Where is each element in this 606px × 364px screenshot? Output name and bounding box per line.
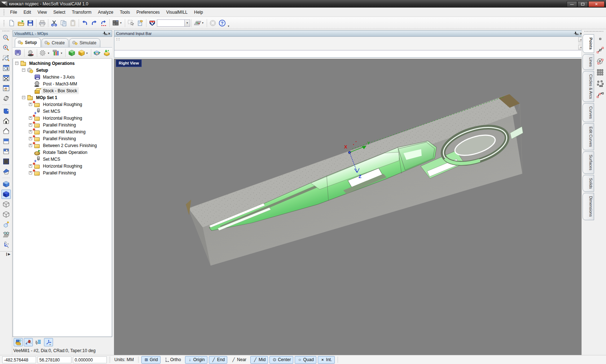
toolbar-expand-button[interactable]: ❙▶ bbox=[0, 251, 12, 256]
menu-item[interactable]: View bbox=[34, 8, 50, 16]
tree-item[interactable]: Parallel Finishing bbox=[13, 121, 112, 128]
zoom-in-button[interactable] bbox=[1, 43, 11, 53]
material-combobox[interactable]: ▾ bbox=[157, 19, 190, 27]
geometry-tab[interactable]: Dimensions bbox=[583, 193, 594, 220]
shaded-view-button[interactable] bbox=[1, 179, 11, 189]
work-plane-button[interactable]: ▾ bbox=[193, 18, 206, 28]
menu-item[interactable]: Transform bbox=[69, 8, 95, 16]
paste-button[interactable] bbox=[68, 18, 78, 28]
shaded-view-selected-button[interactable] bbox=[1, 190, 11, 199]
tree-expander[interactable] bbox=[29, 137, 32, 140]
hidden-line-view-button[interactable] bbox=[1, 210, 11, 219]
setup-gear-menu-button[interactable]: ▾ bbox=[38, 48, 51, 58]
machine-setup-button[interactable] bbox=[13, 48, 23, 58]
post-processor-button[interactable] bbox=[26, 48, 35, 58]
tree-item[interactable]: Stock - Box Stock bbox=[13, 87, 112, 94]
tree-expander[interactable] bbox=[29, 130, 32, 133]
stop-button[interactable] bbox=[208, 18, 218, 28]
pin-icon[interactable] bbox=[103, 32, 106, 35]
tree-item[interactable]: Rotate Table Operation bbox=[13, 149, 112, 156]
mcs-axes-button[interactable] bbox=[44, 338, 53, 346]
align-part-button[interactable] bbox=[92, 48, 102, 58]
menu-item[interactable]: Preferences bbox=[133, 8, 163, 16]
mops-tab[interactable]: Simulate bbox=[69, 38, 100, 47]
visualmill-logo-button[interactable] bbox=[148, 18, 157, 28]
zoom-window-button[interactable] bbox=[1, 53, 11, 63]
tree-expander[interactable] bbox=[29, 103, 32, 106]
geometry-tab[interactable]: Surfaces bbox=[583, 151, 594, 173]
back-view-button[interactable] bbox=[1, 126, 11, 136]
tree-expander[interactable] bbox=[15, 62, 18, 65]
render-grid-button[interactable] bbox=[1, 230, 11, 239]
zoom-extents-button[interactable] bbox=[1, 74, 11, 83]
object-properties-button[interactable] bbox=[136, 18, 145, 28]
pin-icon[interactable] bbox=[574, 32, 577, 35]
menu-item[interactable]: Select bbox=[50, 8, 69, 16]
close-panel-icon[interactable]: × bbox=[108, 32, 110, 36]
tree-expander[interactable] bbox=[22, 68, 25, 72]
new-document-button[interactable] bbox=[7, 18, 16, 28]
tree-item[interactable]: Parallel Hill Machining bbox=[13, 128, 112, 135]
rotate-view-button[interactable] bbox=[1, 94, 11, 103]
snap-toggle[interactable]: ⊙ Center bbox=[269, 356, 293, 364]
command-bar-header[interactable]: Command Input Bar × bbox=[114, 31, 584, 37]
geometry-tab[interactable]: Edit Curves bbox=[583, 123, 594, 150]
points-on-circle-button[interactable] bbox=[596, 57, 605, 65]
side-view-button[interactable] bbox=[1, 106, 11, 116]
geometry-tab[interactable]: Lines bbox=[583, 54, 594, 70]
geometry-tab[interactable]: Circles & Arcs bbox=[583, 71, 594, 102]
move-stock-button[interactable] bbox=[102, 48, 111, 58]
single-point-button[interactable] bbox=[596, 35, 605, 43]
tree-expander[interactable] bbox=[29, 144, 32, 147]
front-view-button[interactable] bbox=[1, 116, 11, 126]
mops-tab[interactable]: Setup bbox=[15, 37, 41, 47]
mops-panel-header[interactable]: VisualMILL - MOps × bbox=[13, 30, 112, 37]
tree-item[interactable]: Post - Mach3-MM bbox=[13, 80, 112, 87]
menu-item[interactable]: VisualMILL bbox=[163, 8, 191, 16]
tree-item[interactable]: Between 2 Curves Finishing bbox=[13, 142, 112, 149]
iso-house-view-button[interactable] bbox=[1, 167, 11, 176]
copy-button[interactable] bbox=[59, 18, 68, 28]
tree-item[interactable]: Horizontal Roughing bbox=[13, 115, 112, 121]
box-stock-menu-button[interactable]: ▾ bbox=[77, 48, 89, 58]
shaded-box-view-button[interactable] bbox=[1, 157, 11, 166]
view-toolbar-grip[interactable] bbox=[2, 30, 10, 32]
cut-button[interactable] bbox=[49, 18, 59, 28]
light-settings-button[interactable] bbox=[1, 220, 11, 229]
point-grid-button[interactable] bbox=[596, 68, 605, 76]
help-button[interactable]: ? bbox=[218, 18, 227, 28]
redo-button[interactable] bbox=[89, 18, 99, 28]
tree-item[interactable]: Parallel Finishing bbox=[13, 135, 112, 142]
tree-item[interactable]: Set MCS bbox=[13, 156, 112, 163]
geometry-toolbar-grip[interactable] bbox=[584, 31, 603, 32]
tool-curve-button[interactable] bbox=[24, 338, 33, 346]
wireframe-view-button[interactable] bbox=[1, 200, 11, 209]
toolbar-overflow-button[interactable]: ▾ bbox=[227, 25, 230, 29]
world-axes-button[interactable]: yx bbox=[1, 240, 11, 249]
title-bar[interactable]: кинжал подвес - MecSoft VisualCAM 1.0 — … bbox=[0, 0, 606, 8]
viewport-layout-button[interactable]: ▾ bbox=[111, 18, 124, 28]
menu-item[interactable]: Help bbox=[191, 8, 206, 16]
tree-item[interactable]: Horizontal Roughing bbox=[13, 101, 112, 108]
snap-toggle[interactable]: ╱ Near bbox=[229, 356, 249, 364]
bottom-view-button[interactable] bbox=[1, 147, 11, 156]
tree-expander[interactable] bbox=[22, 96, 25, 99]
menu-item[interactable]: Analyze bbox=[95, 8, 117, 16]
menu-item[interactable]: Tools bbox=[117, 8, 133, 16]
points-on-line-button[interactable] bbox=[596, 46, 605, 54]
tools-menu-button[interactable]: ▾ bbox=[51, 48, 64, 58]
pan-button[interactable] bbox=[1, 84, 11, 93]
mops-tab[interactable]: Create bbox=[41, 38, 69, 47]
geometry-tab[interactable]: Points bbox=[583, 34, 594, 53]
menubar-grip[interactable] bbox=[3, 9, 5, 15]
tree-expander[interactable] bbox=[29, 123, 32, 126]
tree-expander[interactable] bbox=[29, 116, 32, 120]
minimize-button[interactable]: — bbox=[567, 1, 577, 7]
undo-button[interactable] bbox=[80, 18, 89, 28]
select-objects-button[interactable] bbox=[126, 18, 136, 28]
snap-toggle[interactable]: ○ Quad bbox=[295, 356, 316, 364]
snap-toggle[interactable]: ↓ Origin bbox=[185, 356, 207, 364]
points-on-arc-button[interactable] bbox=[596, 91, 605, 99]
tree-expander[interactable] bbox=[29, 164, 32, 168]
tree-item[interactable]: Horizontal Roughing bbox=[13, 163, 112, 169]
